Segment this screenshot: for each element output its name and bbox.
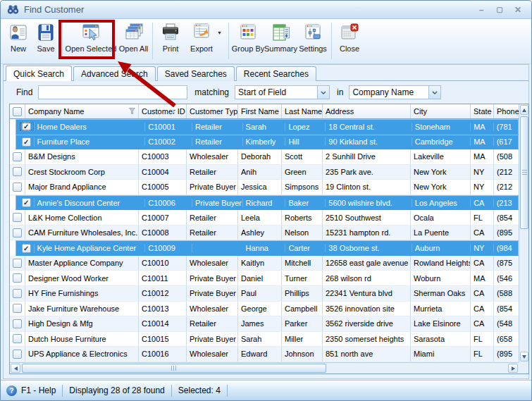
cell-first-name: Daniel xyxy=(238,271,282,285)
row-checkbox[interactable] xyxy=(13,350,22,359)
table-row[interactable]: Jake Furniture WarehouseC10013Wholesaler… xyxy=(10,302,519,317)
new-button[interactable]: New xyxy=(5,21,32,61)
column-header-phone[interactable]: Phone xyxy=(494,104,519,118)
export-dropdown-arrow-icon[interactable]: ▼ xyxy=(217,21,226,35)
toolbar-button-label: Open All xyxy=(119,44,149,53)
row-checkbox[interactable] xyxy=(13,228,22,237)
row-checkbox[interactable]: ✓ xyxy=(22,244,31,253)
open-all-button[interactable]: Open All xyxy=(117,21,150,61)
row-checkbox[interactable]: ✓ xyxy=(22,198,31,207)
cell-state: MA xyxy=(471,123,493,131)
row-checkbox[interactable] xyxy=(13,319,22,328)
in-field-select[interactable]: Company Name xyxy=(349,85,441,99)
cell-customer-id: C10006 xyxy=(145,199,192,207)
maximize-icon[interactable]: ▢ xyxy=(493,4,507,16)
find-input[interactable] xyxy=(38,85,187,99)
column-header-customer-id[interactable]: Customer ID▲ xyxy=(139,104,187,118)
title-bar[interactable]: Find Customer – ▢ ✕ xyxy=(1,1,531,19)
cell-last-name: Roberts xyxy=(282,210,323,225)
tab-recent-searches[interactable]: Recent Searches xyxy=(236,66,316,81)
chevron-down-icon[interactable] xyxy=(317,86,329,99)
scroll-left-button[interactable] xyxy=(11,364,20,373)
tab-advanced-search[interactable]: Advanced Search xyxy=(73,66,156,81)
cell-customer-id: C10007 xyxy=(139,210,187,225)
open-selected-button[interactable]: Open Selected xyxy=(65,21,117,61)
column-header-first-name[interactable]: First Name xyxy=(238,104,282,118)
cell-state: NY xyxy=(471,244,493,252)
table-row[interactable]: L&K Home CollectionC10007RetailerLeelaRo… xyxy=(10,210,519,226)
tab-saved-searches[interactable]: Saved Searches xyxy=(157,66,235,81)
table-row[interactable]: HY Fine FurnishingsC10012Private BuyerPa… xyxy=(10,286,519,302)
vertical-scrollbar[interactable] xyxy=(519,104,528,362)
cell-company: Major Brand Appliance xyxy=(25,180,139,195)
chevron-down-icon[interactable] xyxy=(428,86,440,99)
export-button[interactable]: Export xyxy=(186,21,217,61)
settings-button[interactable]: Settings xyxy=(297,21,329,61)
row-checkbox[interactable] xyxy=(13,167,22,176)
close-icon[interactable]: ✕ xyxy=(511,4,525,16)
table-row[interactable]: UPS Appliance & ElectronicsC10016Wholesa… xyxy=(10,347,519,362)
table-row[interactable]: ✓Furniture PlaceC10002RetailerKimberlyHi… xyxy=(16,135,519,150)
column-header-address[interactable]: Address xyxy=(323,104,411,118)
row-checkbox[interactable] xyxy=(13,273,22,283)
cell-address: 3562 riverside drive xyxy=(323,316,411,331)
print-button[interactable]: Print xyxy=(155,21,186,61)
horizontal-scrollbar[interactable] xyxy=(10,362,519,374)
horizontal-scroll-thumb[interactable] xyxy=(22,364,326,373)
vertical-scroll-thumb[interactable] xyxy=(520,116,528,229)
cell-customer-type: Retailer xyxy=(187,316,238,331)
tab-quick-search[interactable]: Quick Search xyxy=(6,66,72,81)
row-checkbox[interactable] xyxy=(13,334,22,343)
scroll-down-button[interactable] xyxy=(520,352,528,362)
table-row[interactable]: Major Brand ApplianceC10005Private Buyer… xyxy=(10,180,519,195)
cell-city: Sherman Oaks xyxy=(411,286,471,301)
column-header-city[interactable]: City xyxy=(411,104,471,118)
table-row[interactable]: ✓Kyle Home Appliance CenterC10009HannaCa… xyxy=(16,240,519,256)
row-checkbox-cell xyxy=(10,271,25,285)
save-button[interactable]: Save xyxy=(32,21,60,61)
select-all-column-header[interactable] xyxy=(10,104,25,118)
group-by-button[interactable]: Group By xyxy=(231,21,265,61)
row-checkbox[interactable]: ✓ xyxy=(22,137,31,147)
table-row[interactable]: CAM Furniture Wholesales, Inc.C10008Reta… xyxy=(10,226,519,241)
table-row[interactable]: Crest Stockroom CorpC10004RetailerAnihGr… xyxy=(10,165,519,180)
cell-customer-type: Wholesaler xyxy=(187,347,238,362)
table-row[interactable]: ✓Annie's Discount CenterC10006Private Bu… xyxy=(16,195,519,211)
cell-phone: (588 xyxy=(494,286,519,301)
row-checkbox[interactable] xyxy=(13,259,22,268)
cell-first-name: Sarah xyxy=(238,332,282,347)
column-header-label: State xyxy=(474,107,492,116)
scroll-up-button[interactable] xyxy=(520,105,528,115)
scroll-right-button[interactable] xyxy=(508,364,518,373)
close-button[interactable]: Close xyxy=(334,21,365,61)
minimize-icon[interactable]: – xyxy=(474,4,488,16)
table-row[interactable]: ✓Home DealersC10001RetailerSarahLopez18 … xyxy=(16,119,519,135)
row-checkbox[interactable] xyxy=(13,304,22,313)
row-checkbox[interactable] xyxy=(13,289,22,298)
filter-icon[interactable] xyxy=(129,107,135,116)
cell-address: 15231 hampton rd. xyxy=(323,226,411,240)
cell-address: 235 Park ave. xyxy=(323,165,411,180)
column-header-company-name[interactable]: Company Name xyxy=(25,104,139,118)
row-checkbox[interactable] xyxy=(13,213,22,222)
toolbar-button-label: Close xyxy=(340,44,359,53)
column-header-last-name[interactable]: Last Name xyxy=(282,104,323,118)
header-checkbox[interactable] xyxy=(13,107,22,116)
row-checkbox[interactable]: ✓ xyxy=(22,122,31,131)
matching-select[interactable]: Start of Field xyxy=(235,85,330,99)
column-header-state[interactable]: State xyxy=(471,104,494,118)
table-row[interactable]: Master Appliance CompanyC10010Wholesaler… xyxy=(10,256,519,271)
row-checkbox-cell: ✓ xyxy=(19,198,35,207)
table-row[interactable]: B&M DesignsC10003WholesalerDeborahScott2… xyxy=(10,149,519,165)
summary-button[interactable]: Summary xyxy=(265,21,297,61)
cell-company: Master Appliance Company xyxy=(25,256,139,271)
table-row[interactable]: Dutch House FurnitureC10015Private Buyer… xyxy=(10,332,519,347)
row-checkbox[interactable] xyxy=(13,183,22,192)
table-row[interactable]: High Design & MfgC10014RetailerJamesPark… xyxy=(10,316,519,332)
column-header-customer-type[interactable]: Customer Type xyxy=(187,104,238,118)
column-header-label: First Name xyxy=(241,107,279,116)
row-checkbox[interactable] xyxy=(13,152,22,161)
cell-customer-type: Wholesaler xyxy=(187,149,238,164)
cell-address: 3526 innovation site xyxy=(323,302,411,316)
table-row[interactable]: Designer Wood WorkerC10011Private BuyerD… xyxy=(10,271,519,286)
